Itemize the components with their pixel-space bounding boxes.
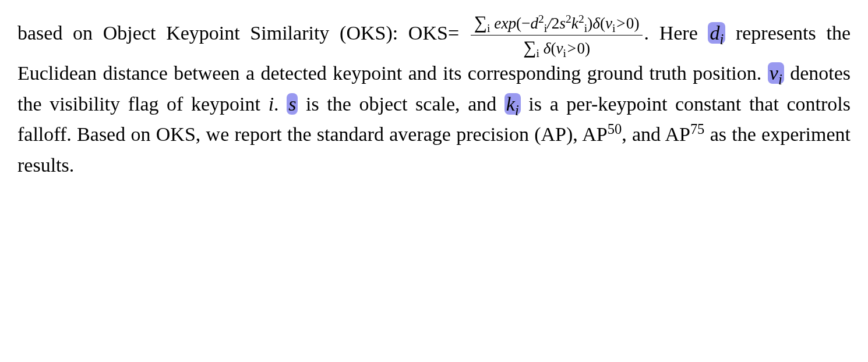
left-paren: (− xyxy=(516,15,530,32)
delta: δ xyxy=(544,40,551,57)
var-d: d xyxy=(710,22,719,44)
right-paren: ) xyxy=(587,15,592,32)
const-2: 2 xyxy=(552,15,560,32)
var-v: v xyxy=(605,15,612,32)
text-segment: . xyxy=(274,93,287,115)
var-k: k xyxy=(506,93,515,115)
highlight-s: s xyxy=(287,93,298,115)
text-segment: . Here xyxy=(644,22,708,44)
fraction-denominator: ∑i δ(vi>0) xyxy=(471,36,643,59)
fraction-numerator: ∑i exp(−d2i/2s2k2i)δ(vi>0) xyxy=(471,12,643,36)
sum-symbol: ∑ xyxy=(474,12,487,33)
subscript: i xyxy=(719,31,724,47)
var-s: s xyxy=(288,93,296,115)
exp-function: exp xyxy=(494,15,516,32)
zero-paren: 0) xyxy=(577,40,590,57)
var-v: v xyxy=(556,40,563,57)
slash: / xyxy=(547,15,552,32)
sum-index: i xyxy=(487,22,490,34)
delta: δ xyxy=(592,15,600,32)
subscript: i xyxy=(778,72,782,87)
left-paren: ( xyxy=(600,15,605,32)
superscript-75: 75 xyxy=(690,121,704,137)
oks-fraction: ∑i exp(−d2i/2s2k2i)δ(vi>0) ∑i δ(vi>0) xyxy=(471,12,643,58)
sum-index: i xyxy=(537,47,539,59)
exponent: 2 xyxy=(538,13,544,25)
zero-paren: 0) xyxy=(626,15,640,32)
exponent: 2 xyxy=(566,13,571,25)
equals: = xyxy=(448,22,459,44)
var-i: i xyxy=(269,93,274,115)
highlight-di: di xyxy=(708,22,725,44)
subscript: i xyxy=(515,102,519,118)
text-segment: based on Object Keypoint Similarity (OKS… xyxy=(17,22,448,44)
highlight-vi: vi xyxy=(768,62,784,84)
gt: > xyxy=(566,40,577,57)
paper-paragraph: based on Object Keypoint Similarity (OKS… xyxy=(17,12,851,181)
text-segment: is the object scale, and xyxy=(298,93,504,115)
highlight-ki: ki xyxy=(504,93,521,115)
text-segment: , and AP xyxy=(622,123,690,145)
var-v: v xyxy=(770,62,778,84)
var-s: s xyxy=(559,15,566,32)
gt: > xyxy=(615,15,626,32)
sum-symbol: ∑ xyxy=(523,37,536,58)
var-d: d xyxy=(530,15,538,32)
var-k: k xyxy=(571,15,578,32)
superscript-50: 50 xyxy=(608,121,622,137)
exponent: 2 xyxy=(578,13,584,25)
